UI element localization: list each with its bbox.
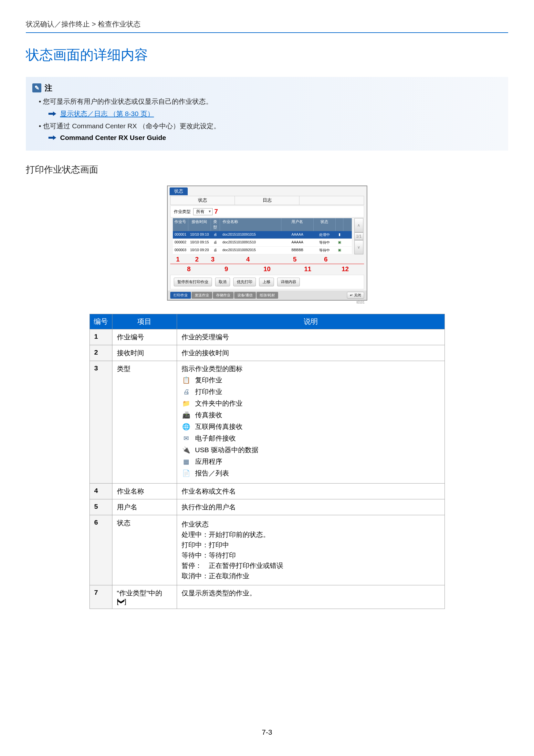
print-icon: 🖨 <box>211 247 220 254</box>
table-row: 2 接收时间 作业的接收时间 <box>89 345 445 361</box>
print-job-icon: 🖨 <box>182 387 191 396</box>
th-no: 编号 <box>89 314 112 329</box>
pause-all-button[interactable]: 暂停所有打印作业 <box>174 278 212 286</box>
tab-print-jobs[interactable]: 打印作业 <box>170 292 191 299</box>
table-row: 3 类型 指示作业类型的图标 📋复印作业 🖨打印作业 📁文件夹中的作业 📠传真接… <box>89 361 445 483</box>
top-tabs: 状态 日志 <box>170 196 364 205</box>
ref-ccrx-guide: Command Center RX User Guide <box>60 134 166 142</box>
application-icon: ▦ <box>182 457 191 466</box>
note-link-row-1: 显示状态／日志 （第 8-30 页） <box>48 109 502 118</box>
tab-device[interactable]: 设备/通信 <box>234 292 256 299</box>
table-row: 6 状态 作业状态 处理中：开始打印前的状态。 打印中：打印中 等待中：等待打印… <box>89 515 445 585</box>
status-icon: ▮ <box>336 231 343 238</box>
arrow-icon <box>48 135 56 140</box>
note-ref-row-2: Command Center RX User Guide <box>48 134 502 142</box>
description-table: 编号 项目 说明 1 作业编号 作业的受理编号 2 接收时间 作业的接收时间 3… <box>89 314 445 609</box>
usb-data-icon: 🔌 <box>182 445 191 455</box>
marker-7: 7 <box>215 208 218 215</box>
arrow-icon <box>48 112 56 116</box>
status-icon: ▣ <box>336 239 343 246</box>
scroll-up-button[interactable]: ∧ <box>354 218 364 232</box>
job-row[interactable]: 000002 10/10 09:15 🖨 doc20151010091510 A… <box>173 239 352 247</box>
table-row: 7 "作业类型"中的 [❯] 仅显示所选类型的作业。 <box>89 585 445 609</box>
fax-rx-icon: 📠 <box>182 410 191 420</box>
report-list-icon: 📄 <box>182 468 191 478</box>
copy-job-icon: 📋 <box>182 375 191 385</box>
table-row: 1 作业编号 作业的受理编号 <box>89 329 445 345</box>
jobtype-label: 作业类型 <box>174 209 191 215</box>
note-box: ✎ 注 • 您可显示所有用户的作业状态或仅显示自己的作业状态。 显示状态／日志 … <box>26 77 508 150</box>
move-up-button[interactable]: 上移 <box>259 278 274 286</box>
detail-button[interactable]: 详细内容 <box>277 278 300 286</box>
status-icon: ▣ <box>336 247 343 254</box>
table-row: 5 用户名 执行作业的用户名 <box>89 500 445 515</box>
grid-header: 作业号 接收时间 类型 作业名称 用户名 状态 <box>173 218 352 231</box>
print-icon: 🖨 <box>211 239 220 246</box>
note-label: 注 <box>44 83 52 93</box>
table-row: 4 作业名称 作业名称或文件名 <box>89 483 445 500</box>
scroll-down-button[interactable]: ∨ <box>354 240 364 255</box>
note-line-1: • 您可显示所有用户的作业状态或仅显示自己的作业状态。 <box>39 97 502 106</box>
job-row[interactable]: 000003 10/10 09:20 🖨 doc20151010092015 B… <box>173 247 352 255</box>
th-desc: 说明 <box>177 314 445 329</box>
folder-job-icon: 📁 <box>182 398 191 408</box>
chevron-down-icon: ❯ <box>117 599 125 605</box>
job-row[interactable]: 000001 10/10 09:10 🖨 doc20151010091015 A… <box>173 231 352 239</box>
screenshot: 状态 状态 日志 作业类型 所有 7 作业号 接收时间 类型 作业名称 用户名 … <box>167 185 367 304</box>
print-icon: 🖨 <box>211 231 220 238</box>
tab-status[interactable]: 状态 <box>170 196 235 204</box>
screen-title-tab: 状态 <box>169 187 188 195</box>
note-icon: ✎ <box>32 83 41 93</box>
svg-marker-1 <box>48 135 56 140</box>
tab-send-jobs[interactable]: 发送作业 <box>191 292 212 299</box>
tab-blank <box>299 196 364 204</box>
email-rx-icon: ✉ <box>182 433 191 443</box>
section-title: 打印作业状态画面 <box>26 164 508 176</box>
cancel-button[interactable]: 取消 <box>215 278 230 286</box>
action-buttons: 暂停所有打印作业 取消 优先打印 上移 详细内容 <box>170 275 364 289</box>
note-line-2: • 也可通过 Command Center RX （命令中心）更改此设定。 <box>39 122 502 131</box>
svg-marker-0 <box>48 112 56 116</box>
breadcrumb: 状况确认／操作终止 > 检查作业状态 <box>26 19 508 33</box>
bottom-tabs: 打印作业 发送作业 存储作业 设备/通信 纸张/耗材 ↵ 关闭 <box>168 290 367 300</box>
note-header: ✎ 注 <box>32 83 502 93</box>
tab-paper[interactable]: 纸张/耗材 <box>257 292 278 299</box>
template-code: t0101 <box>167 301 365 304</box>
page-indicator: 1/1 <box>354 232 364 240</box>
link-display-status-log[interactable]: 显示状态／日志 （第 8-30 页） <box>60 109 154 118</box>
tab-store-jobs[interactable]: 存储作业 <box>213 292 234 299</box>
marker-row-1: 1 2 3 4 5 6 <box>170 256 364 264</box>
jobtype-select[interactable]: 所有 <box>193 208 213 215</box>
ifax-rx-icon: 🌐 <box>182 422 191 431</box>
marker-row-2: 8 9 10 11 12 <box>170 265 364 273</box>
priority-print-button[interactable]: 优先打印 <box>233 278 256 286</box>
page-number: 7-3 <box>0 728 534 737</box>
page-title: 状态画面的详细内容 <box>26 46 508 64</box>
close-button[interactable]: ↵ 关闭 <box>347 292 364 299</box>
job-type-row: 作业类型 所有 7 <box>170 205 364 218</box>
th-item: 项目 <box>112 314 177 329</box>
tab-log[interactable]: 日志 <box>235 196 299 204</box>
